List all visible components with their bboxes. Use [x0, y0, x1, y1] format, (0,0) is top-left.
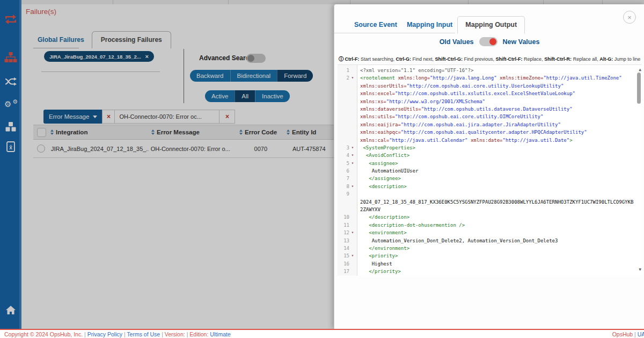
- modal-tab-mapping-output[interactable]: Mapping Output: [457, 16, 525, 34]
- fold-icon: [349, 206, 356, 213]
- fold-icon[interactable]: ▾: [349, 229, 356, 236]
- code-line: xmlns:xs="http://www.w3.org/2001/XMLSche…: [338, 98, 642, 105]
- footer-text: Edition:: [189, 331, 210, 337]
- info-icon: ⓘ: [339, 56, 344, 62]
- footer-text: |: [633, 331, 638, 337]
- line-number: 7: [338, 175, 349, 182]
- fold-icon: [349, 105, 356, 113]
- footer-left: Copyright © 2024 OpsHub, Inc. | Privacy …: [4, 331, 231, 337]
- values-toggle-row: Old Values New Values: [334, 37, 644, 46]
- line-number: 15: [338, 252, 349, 260]
- search-shortcuts-hint: ⓘCtrl-F: Start searching, Ctrl-G: Find n…: [339, 56, 640, 63]
- code-line: xmlns:eaihpqc="http://com.opshub.eai.qua…: [338, 128, 642, 136]
- line-number: 11: [338, 221, 349, 229]
- close-icon[interactable]: ×: [623, 11, 636, 24]
- line-number: 16: [338, 260, 349, 268]
- fold-icon: [349, 213, 356, 221]
- footer-link-privacy-policy[interactable]: Privacy Policy: [87, 331, 122, 337]
- code-line: 4▾ <AvoidConflict>: [338, 152, 642, 159]
- fold-icon: [349, 128, 356, 136]
- app-root: ⚙⚙ x̄ Failure(s) Global FailuresProcessi…: [0, 0, 644, 338]
- fold-icon[interactable]: ▾: [349, 152, 356, 159]
- footer-text: OpsHub: [612, 331, 633, 337]
- modal-tab-mapping-input[interactable]: Mapping Input: [402, 21, 457, 33]
- modal-tab-source-event[interactable]: Source Event: [349, 21, 402, 33]
- fold-icon[interactable]: ▾: [349, 144, 356, 152]
- fold-icon[interactable]: ▾: [349, 160, 356, 167]
- fold-icon[interactable]: ▾: [349, 74, 356, 82]
- code-line: xmlns:dataverseUtils="http://com.opshub.…: [338, 105, 642, 113]
- code-line: 10 </description>: [338, 213, 642, 221]
- line-number: [338, 90, 349, 97]
- code-line: xmlns:userUtils="http://com.opshub.eai.c…: [338, 82, 642, 90]
- line-number: 9: [338, 190, 349, 198]
- fold-icon: [349, 260, 356, 268]
- modal-tabs: Source EventMapping InputMapping Output: [349, 17, 525, 33]
- code-line: 13 Automation_Version_Dont_Delete2, Auto…: [338, 237, 642, 244]
- xml-code-editor[interactable]: 1<?xml version="1.1" encoding="UTF-16"?>…: [338, 64, 642, 276]
- code-line: 17 </priority>: [338, 268, 642, 275]
- footer-text: |: [185, 331, 190, 337]
- code-line: 16 Highest: [338, 260, 642, 268]
- code-line: 7 </assignee>: [338, 175, 642, 182]
- fold-icon: [349, 268, 356, 275]
- fold-icon: [349, 190, 356, 198]
- fold-icon[interactable]: ▾: [349, 252, 356, 260]
- code-line: 3▾ <SystemProperties>: [338, 144, 642, 152]
- modal-tab-line: [334, 33, 455, 33]
- line-number: 14: [338, 244, 349, 252]
- line-number: [338, 105, 349, 113]
- footer: Copyright © 2024 OpsHub, Inc. | Privacy …: [0, 329, 644, 338]
- code-line: xmlns:eaijira="http://com.opshub.eai.jir…: [338, 121, 642, 128]
- line-number: 8: [338, 183, 349, 190]
- code-line: 2024_07_12_18_35_48_817_KX36E0K5C5YSGSNY…: [338, 198, 642, 206]
- line-number: [338, 128, 349, 136]
- fold-icon: [349, 98, 356, 105]
- footer-text: Version:: [165, 331, 185, 337]
- code-line: 12▾ <environment>: [338, 229, 642, 236]
- editor-scrollbar[interactable]: ▲ ▼: [635, 65, 642, 276]
- line-number: [338, 136, 349, 144]
- line-number: 10: [338, 213, 349, 221]
- old-values-label[interactable]: Old Values: [440, 38, 474, 46]
- code-line: 2ZAWYXV: [338, 206, 642, 213]
- line-number: 4: [338, 152, 349, 159]
- footer-right: OpsHub | UAT: [612, 331, 644, 337]
- fold-icon: [349, 121, 356, 128]
- scroll-down-icon[interactable]: ▼: [639, 266, 641, 274]
- values-toggle[interactable]: [479, 37, 497, 46]
- code-line: xmlns:utils="http://com.opshub.eai.core.…: [338, 113, 642, 120]
- code-line: 2▾<rootelement xmlns:long="http://java.l…: [338, 74, 642, 82]
- footer-text: Copyright © 2024 OpsHub, Inc.: [4, 331, 83, 337]
- code-line: 14 </environment>: [338, 244, 642, 252]
- line-number: [338, 121, 349, 128]
- code-line: 9: [338, 190, 642, 198]
- fold-icon: [349, 221, 356, 229]
- fold-icon: [349, 90, 356, 97]
- line-number: [338, 113, 349, 120]
- scrollbar-thumb[interactable]: [637, 73, 641, 104]
- footer-text: |: [83, 331, 87, 337]
- line-number: [338, 98, 349, 105]
- new-values-label[interactable]: New Values: [503, 38, 540, 46]
- line-number: 6: [338, 167, 349, 175]
- fold-icon: [349, 175, 356, 182]
- fold-icon: [349, 113, 356, 120]
- line-number: 13: [338, 237, 349, 244]
- event-details-modal: × Source EventMapping InputMapping Outpu…: [334, 4, 644, 329]
- code-line: xmlns:excel="http://com.opshub.utils.xsl…: [338, 90, 642, 97]
- code-line: xmlns:cal="http://java.util.Calendar" xm…: [338, 136, 642, 144]
- line-number: [338, 82, 349, 90]
- code-line: 6 AutomationUIUser: [338, 167, 642, 175]
- line-number: 5: [338, 160, 349, 167]
- fold-icon: [349, 244, 356, 252]
- code-line: 5▾ <assignee>: [338, 160, 642, 167]
- fold-icon[interactable]: ▾: [349, 183, 356, 190]
- footer-link-terms-of-use[interactable]: Terms of Use: [127, 331, 160, 337]
- line-number: 17: [338, 268, 349, 275]
- code-line: 11 <description-dot-ohusermention />: [338, 221, 642, 229]
- line-number: [338, 206, 349, 213]
- code-line: 15▾ <priority>: [338, 252, 642, 260]
- line-number: 12: [338, 229, 349, 236]
- fold-icon: [349, 198, 356, 206]
